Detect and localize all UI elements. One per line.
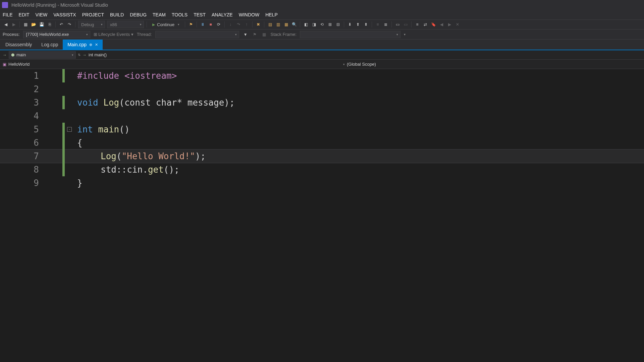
- line-number: 2: [0, 84, 47, 94]
- config-dropdown[interactable]: Debug: [78, 21, 105, 28]
- thread-label: Thread:: [137, 32, 152, 37]
- menu-test[interactable]: TEST: [194, 12, 206, 17]
- tool-icon-8[interactable]: ⟲: [319, 21, 325, 27]
- tool-icon-3[interactable]: ▥: [275, 21, 281, 27]
- restart-icon[interactable]: ⟳: [216, 21, 222, 27]
- tool-icon-13[interactable]: ⬍: [363, 21, 369, 27]
- line-number: 3: [0, 98, 47, 108]
- open-file-icon[interactable]: 📂: [31, 21, 37, 27]
- step-into-icon: ↓: [227, 21, 233, 27]
- menu-analyze[interactable]: ANALYZE: [212, 12, 233, 17]
- menubar: FILE EDIT VIEW VASSISTX PROJECT BUILD DE…: [0, 10, 644, 19]
- line-number: 1: [0, 71, 47, 81]
- window-title: HelloWorld (Running) - Microsoft Visual …: [11, 2, 108, 8]
- undo-icon[interactable]: ↶: [58, 21, 64, 27]
- tabstrip: Disassembly Log.cpp Main.cpp ⊕ ✕: [0, 40, 644, 50]
- thread-dropdown[interactable]: [155, 31, 239, 38]
- new-project-icon[interactable]: ▦: [22, 21, 29, 27]
- menu-window[interactable]: WINDOW: [239, 12, 259, 17]
- line-number: 6: [0, 138, 47, 148]
- debug-bar: Process: [7700] HelloWorld.exe ⊞ Lifecyc…: [0, 29, 644, 40]
- nav-fwd-icon: ▶: [11, 21, 17, 27]
- stackframe-dropdown[interactable]: [300, 31, 400, 38]
- line-number: 9: [0, 178, 47, 188]
- menu-debug[interactable]: DEBUG: [130, 12, 147, 17]
- navigation-bar: → ⬢ main ⇅ → int main(): [0, 50, 644, 60]
- tool-icon-17: ▭: [402, 21, 409, 27]
- tab-log[interactable]: Log.cpp: [37, 40, 63, 50]
- tool-icon-12[interactable]: ⬆: [355, 21, 361, 27]
- menu-team[interactable]: TEAM: [153, 12, 166, 17]
- line-number: 5: [0, 124, 47, 134]
- lifecycle-label[interactable]: ⊞ Lifecycle Events ▾: [94, 32, 133, 37]
- code-editor[interactable]: 1 #include <iostream> 2 3 void Log(const…: [0, 69, 644, 362]
- tool-icon-11[interactable]: ⬇: [347, 21, 353, 27]
- pin-icon[interactable]: ⊕: [89, 43, 92, 47]
- project-name[interactable]: HelloWorld: [8, 62, 30, 67]
- toolbar: ◀ ▶ ▦ 📂 💾 ⎘ ↶ ↷ Debug x86 ▶ Continue ▾ ⚑…: [0, 19, 644, 29]
- tool-icon-4[interactable]: ▦: [283, 21, 289, 27]
- step-out-icon: ↑: [244, 21, 250, 27]
- bookmark-icon[interactable]: 🔖: [430, 21, 436, 27]
- scope-bar: ▣ HelloWorld ▾ (Global Scope): [0, 60, 644, 69]
- tool-icon-6[interactable]: ◧: [303, 21, 309, 27]
- tool-icon-18[interactable]: ≡: [414, 21, 420, 27]
- line-number: 4: [0, 111, 47, 121]
- tool-icon-2[interactable]: ▤: [267, 21, 273, 27]
- fold-icon[interactable]: -: [67, 127, 72, 132]
- tool-icon-7[interactable]: ◨: [311, 21, 317, 27]
- nav-arrow-icon-2: →: [83, 53, 87, 57]
- play-icon: ▶: [152, 22, 155, 27]
- scope-global[interactable]: (Global Scope): [347, 62, 376, 67]
- menu-tools[interactable]: TOOLS: [172, 12, 187, 17]
- filter-icon[interactable]: ▼: [243, 32, 249, 38]
- tool-icon-14: ≡: [375, 21, 381, 27]
- platform-dropdown[interactable]: x86: [107, 21, 144, 28]
- tool-icon-9[interactable]: ⊞: [327, 21, 333, 27]
- menu-edit[interactable]: EDIT: [19, 12, 30, 17]
- nav-arrow-icon: →: [3, 53, 7, 57]
- continue-label: Continue: [157, 22, 174, 27]
- menu-help[interactable]: HELP: [265, 12, 278, 17]
- menu-project[interactable]: PROJECT: [82, 12, 104, 17]
- line-number: 8: [0, 165, 47, 175]
- menu-vassistx[interactable]: VASSISTX: [53, 12, 76, 17]
- stop-icon[interactable]: ■: [208, 21, 214, 27]
- nav-back-icon[interactable]: ◀: [3, 21, 9, 27]
- nav-left-dropdown[interactable]: ⬢ main: [9, 51, 76, 59]
- tool-icon-22: ✕: [454, 21, 461, 27]
- tool-icon-20: ◀: [438, 21, 444, 27]
- continue-button[interactable]: ▶ Continue ▾: [150, 21, 182, 28]
- menu-build[interactable]: BUILD: [110, 12, 124, 17]
- step-over-icon: ↷: [235, 21, 241, 27]
- tool-icon-1[interactable]: ✖: [255, 21, 261, 27]
- frame-icon: ▦: [261, 32, 267, 38]
- nav-right-label[interactable]: int main(): [89, 52, 107, 57]
- redo-icon[interactable]: ↷: [66, 21, 72, 27]
- titlebar[interactable]: HelloWorld (Running) - Microsoft Visual …: [0, 0, 644, 10]
- pause-icon[interactable]: ⏸: [200, 21, 206, 27]
- line-number: 7: [0, 151, 47, 161]
- process-label: Process:: [3, 32, 20, 37]
- vs-logo-icon: [2, 2, 8, 8]
- stackframe-label: Stack Frame:: [271, 32, 297, 37]
- save-icon[interactable]: 💾: [39, 21, 45, 27]
- close-icon[interactable]: ✕: [95, 43, 98, 47]
- flag-icon: ⚑: [252, 32, 258, 38]
- tool-icon-10[interactable]: ⊟: [335, 21, 341, 27]
- project-icon: ▣: [3, 62, 6, 67]
- menu-view[interactable]: VIEW: [35, 12, 47, 17]
- tab-main[interactable]: Main.cpp ⊕ ✕: [63, 40, 103, 50]
- tool-icon-19[interactable]: ⇄: [422, 21, 428, 27]
- tool-icon-16[interactable]: ▭: [394, 21, 400, 27]
- breakpoint-icon[interactable]: ⚑: [188, 21, 194, 27]
- function-icon: ⬢: [11, 53, 14, 57]
- menu-file[interactable]: FILE: [3, 12, 13, 17]
- process-dropdown[interactable]: [7700] HelloWorld.exe: [23, 31, 90, 38]
- tab-disassembly[interactable]: Disassembly: [1, 40, 37, 50]
- save-all-icon[interactable]: ⎘: [47, 21, 53, 27]
- tool-icon-15[interactable]: ≣: [383, 21, 389, 27]
- tool-icon-5[interactable]: 🔍: [291, 21, 297, 27]
- tool-icon-21: ▶: [446, 21, 452, 27]
